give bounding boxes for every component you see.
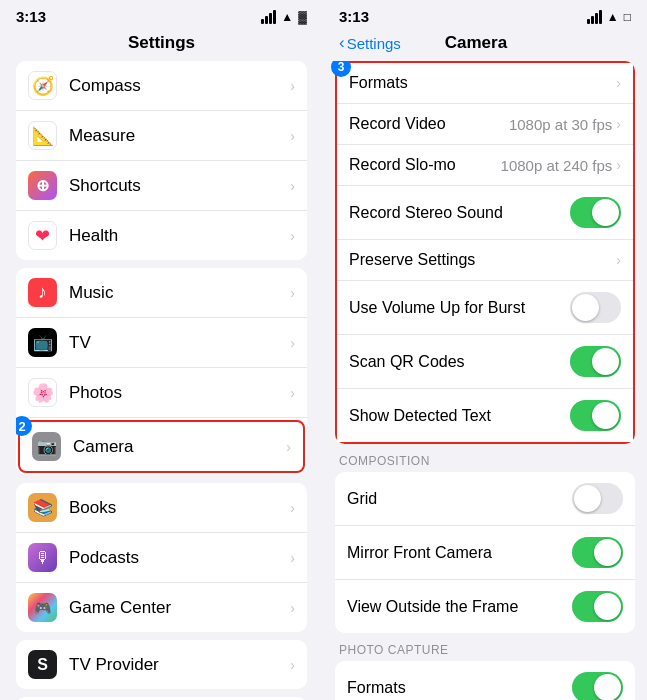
composition-section-label: COMPOSITION xyxy=(323,450,647,472)
preserve-chevron: › xyxy=(616,252,621,268)
detectedtext-toggle[interactable] xyxy=(570,400,621,431)
settings-row-measure[interactable]: 📐 Measure › xyxy=(16,111,307,161)
camera-row-recordvideo[interactable]: Record Video 1080p at 30 fps › xyxy=(337,104,633,145)
volumeburst-toggle[interactable] xyxy=(570,292,621,323)
compass-chevron: › xyxy=(290,78,295,94)
shortcuts-chevron: › xyxy=(290,178,295,194)
health-label: Health xyxy=(69,226,290,246)
composition-section: Grid Mirror Front Camera View Outside th… xyxy=(335,472,635,633)
gamecenter-chevron: › xyxy=(290,600,295,616)
camera-row-stereo[interactable]: Record Stereo Sound xyxy=(337,186,633,240)
recordslomo-value: 1080p at 240 fps xyxy=(501,157,613,174)
camera-row-mirrorfront[interactable]: Mirror Front Camera xyxy=(335,526,635,580)
books-chevron: › xyxy=(290,500,295,516)
tvprovider-icon: S xyxy=(28,650,57,679)
camera-row-formats[interactable]: Formats › xyxy=(337,63,633,104)
scanqr-label: Scan QR Codes xyxy=(349,353,570,371)
grid-label: Grid xyxy=(347,490,572,508)
right-panel: 3:13 ▲ □ ‹ Settings Camera 3 Form xyxy=(323,0,647,700)
gamecenter-label: Game Center xyxy=(69,598,290,618)
shortcuts-icon: ⊕ xyxy=(28,171,57,200)
measure-label: Measure xyxy=(69,126,290,146)
battery-icon: ▓ xyxy=(298,10,307,24)
books-icon: 📚 xyxy=(28,493,57,522)
prioritize-label: Formats xyxy=(347,679,572,697)
settings-row-tvprovider[interactable]: S TV Provider › xyxy=(16,640,307,689)
camera-row-detectedtext[interactable]: Show Detected Text xyxy=(337,389,633,442)
settings-row-gamecenter[interactable]: 🎮 Game Center › xyxy=(16,583,307,632)
books-label: Books xyxy=(69,498,290,518)
settings-row-books[interactable]: 📚 Books › xyxy=(16,483,307,533)
back-button[interactable]: ‹ Settings xyxy=(339,33,401,53)
right-scroll[interactable]: 3 Formats › Record Video 1080p at 30 fps… xyxy=(323,61,647,700)
camera-row-volumeburst[interactable]: Use Volume Up for Burst xyxy=(337,281,633,335)
right-wifi-icon: ▲ xyxy=(607,10,619,24)
compass-label: Compass xyxy=(69,76,290,96)
camera-settings-section: 3 Formats › Record Video 1080p at 30 fps… xyxy=(335,61,635,444)
right-status-bar: 3:13 ▲ □ xyxy=(323,0,647,29)
right-battery-icon: □ xyxy=(624,10,631,24)
camera-row-prioritize[interactable]: Formats Intelligently adapt image qualit… xyxy=(335,661,635,700)
camera-row-grid[interactable]: Grid xyxy=(335,472,635,526)
photos-chevron: › xyxy=(290,385,295,401)
camera-label: Camera xyxy=(73,437,286,457)
left-scroll[interactable]: 🧭 Compass › 📐 Measure › ⊕ Shortcuts › ❤ … xyxy=(0,61,323,700)
camera-row-recordslomo[interactable]: Record Slo-mo 1080p at 240 fps › xyxy=(337,145,633,186)
left-status-bar: 3:13 ▲ ▓ xyxy=(0,0,323,29)
settings-row-podcasts[interactable]: 🎙 Podcasts › xyxy=(16,533,307,583)
measure-icon: 📐 xyxy=(28,121,57,150)
right-status-icons: ▲ □ xyxy=(587,10,631,24)
camera-settings-inner: Formats › Record Video 1080p at 30 fps ›… xyxy=(335,61,635,444)
settings-section-other: 📚 Books › 🎙 Podcasts › 🎮 Game Center › xyxy=(16,483,307,632)
camera-chevron: › xyxy=(286,439,291,455)
camera-row-preserve[interactable]: Preserve Settings › xyxy=(337,240,633,281)
tvprovider-chevron: › xyxy=(290,657,295,673)
settings-row-photos[interactable]: 🌸 Photos › xyxy=(16,368,307,418)
settings-row-shortcuts[interactable]: ⊕ Shortcuts › xyxy=(16,161,307,211)
music-chevron: › xyxy=(290,285,295,301)
left-title: Settings xyxy=(0,29,323,61)
viewoutside-toggle[interactable] xyxy=(572,591,623,622)
podcasts-label: Podcasts xyxy=(69,548,290,568)
music-label: Music xyxy=(69,283,290,303)
recordslomo-chevron: › xyxy=(616,157,621,173)
camera-icon: 📷 xyxy=(32,432,61,461)
left-panel: 3:13 ▲ ▓ Settings 🧭 Compass › 📐 Measure xyxy=(0,0,323,700)
tv-chevron: › xyxy=(290,335,295,351)
formats-label: Formats xyxy=(349,74,616,92)
podcasts-icon: 🎙 xyxy=(28,543,57,572)
recordslomo-label: Record Slo-mo xyxy=(349,156,501,174)
settings-section-top: 🧭 Compass › 📐 Measure › ⊕ Shortcuts › ❤ … xyxy=(16,61,307,260)
measure-chevron: › xyxy=(290,128,295,144)
viewoutside-label: View Outside the Frame xyxy=(347,598,572,616)
settings-section-provider: S TV Provider › xyxy=(16,640,307,689)
left-status-icons: ▲ ▓ xyxy=(261,10,307,24)
mirrorfront-label: Mirror Front Camera xyxy=(347,544,572,562)
tv-icon: 📺 xyxy=(28,328,57,357)
settings-row-music[interactable]: ♪ Music › xyxy=(16,268,307,318)
camera-row-wrapper: 2 📷 Camera › xyxy=(16,420,307,473)
prioritize-toggle[interactable] xyxy=(572,672,623,700)
right-title: Camera xyxy=(401,33,551,53)
camera-row-scanqr[interactable]: Scan QR Codes xyxy=(337,335,633,389)
right-time: 3:13 xyxy=(339,8,369,25)
stereo-toggle[interactable] xyxy=(570,197,621,228)
health-chevron: › xyxy=(290,228,295,244)
camera-row-viewoutside[interactable]: View Outside the Frame xyxy=(335,580,635,633)
grid-toggle[interactable] xyxy=(572,483,623,514)
back-chevron-icon: ‹ xyxy=(339,33,345,53)
photos-label: Photos xyxy=(69,383,290,403)
settings-row-tv[interactable]: 📺 TV › xyxy=(16,318,307,368)
detectedtext-label: Show Detected Text xyxy=(349,407,570,425)
settings-row-camera[interactable]: 📷 Camera › xyxy=(18,420,305,473)
settings-row-compass[interactable]: 🧭 Compass › xyxy=(16,61,307,111)
scanqr-toggle[interactable] xyxy=(570,346,621,377)
settings-row-health[interactable]: ❤ Health › xyxy=(16,211,307,260)
formats-chevron: › xyxy=(616,75,621,91)
photocapture-section-label: PHOTO CAPTURE xyxy=(323,639,647,661)
mirrorfront-toggle[interactable] xyxy=(572,537,623,568)
preserve-label: Preserve Settings xyxy=(349,251,616,269)
stereo-label: Record Stereo Sound xyxy=(349,204,570,222)
recordvideo-chevron: › xyxy=(616,116,621,132)
wifi-icon: ▲ xyxy=(281,10,293,24)
